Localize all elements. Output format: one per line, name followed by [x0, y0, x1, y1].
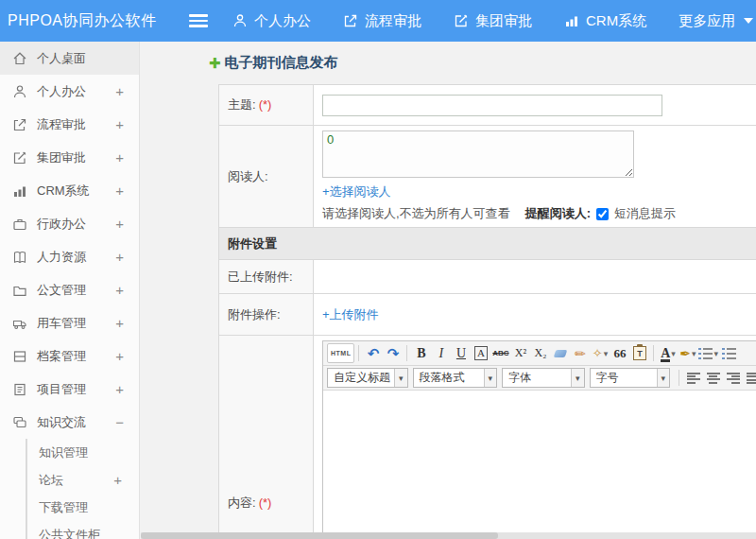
editor-content-area[interactable] [323, 391, 756, 539]
highlighter-icon: ✒ [679, 346, 691, 361]
caret-down-icon: ▾ [394, 369, 407, 387]
expand-plus-icon[interactable]: + [115, 315, 124, 331]
expand-plus-icon[interactable]: + [115, 249, 124, 265]
source-code-button[interactable]: HTML [327, 343, 354, 363]
document-icon [12, 382, 27, 397]
heading-select[interactable]: 自定义标题 ▾ [327, 368, 408, 388]
undo-icon[interactable]: ↶ [363, 343, 383, 363]
align-right-button[interactable] [723, 368, 743, 388]
nav-group-approval[interactable]: 集团审批 [454, 12, 532, 30]
strikethrough-button[interactable]: ABC [490, 343, 510, 363]
sidebar-item-label: 个人桌面 [37, 50, 86, 67]
align-center-button[interactable] [703, 368, 723, 388]
sidebar-item-crm[interactable]: CRM系统 + [0, 174, 139, 207]
nav-workflow-approval[interactable]: 流程审批 [343, 12, 421, 30]
format-brush-icon[interactable]: ✏ [570, 343, 590, 363]
editor-toolbar-row1: HTML ↶ ↷ B I U A ABC X² X₂ ✏ [323, 341, 756, 366]
superscript-button[interactable]: X² [510, 343, 530, 363]
subject-input[interactable] [322, 95, 662, 116]
main-content: ✚ 电子期刊信息发布 主题:(*) 阅读人: 0 +选择阅读人 请选择阅读人,不… [141, 42, 756, 539]
content-row: 内容:(*) HTML ↶ ↷ B I U A ABC [219, 336, 756, 539]
sidebar-item-workflow[interactable]: 流程审批 + [0, 108, 139, 141]
scrollbar-thumb[interactable] [141, 532, 498, 539]
page-title: ✚ 电子期刊信息发布 [209, 54, 756, 72]
workflow-icon [12, 117, 27, 132]
highlight-color-button[interactable]: ✒▾ [678, 343, 697, 363]
align-left-icon [687, 373, 700, 384]
sidebar-item-knowledge[interactable]: 知识交流 − [0, 406, 139, 439]
sidebar-item-label: 行政办公 [37, 216, 86, 233]
menu-icon[interactable] [189, 14, 208, 27]
sms-notify-checkbox[interactable] [596, 208, 609, 220]
nav-more-apps[interactable]: 更多应用 [679, 12, 753, 30]
expand-plus-icon[interactable]: + [113, 472, 122, 488]
font-size-select[interactable]: 字号 ▾ [590, 368, 671, 388]
remove-format-button[interactable] [550, 343, 570, 363]
expand-plus-icon[interactable]: + [115, 282, 124, 298]
sidebar-item-archives[interactable]: 档案管理 + [0, 339, 139, 373]
underline-button[interactable]: U [451, 343, 471, 363]
font-name-button[interactable]: A [474, 346, 488, 360]
font-color-button[interactable]: A▾ [658, 343, 678, 363]
font-family-select[interactable]: 字体 ▾ [502, 368, 585, 388]
chart-icon [12, 183, 27, 199]
expand-plus-icon[interactable]: + [115, 216, 124, 232]
unordered-list-button[interactable] [719, 343, 739, 363]
upload-attachment-link[interactable]: +上传附件 [322, 307, 379, 322]
wand-icon: ✧ [593, 346, 603, 360]
sidebar-item-label: 集团审批 [37, 149, 86, 166]
expand-plus-icon[interactable]: + [115, 348, 124, 364]
sidebar-subitem-downloads[interactable]: 下载管理 [27, 494, 139, 521]
caret-down-icon: ▾ [657, 369, 670, 387]
subscript-button[interactable]: X₂ [530, 343, 550, 363]
sidebar-item-documents[interactable]: 公文管理 + [0, 273, 139, 306]
expand-plus-icon[interactable]: + [115, 116, 124, 132]
sidebar-subitem-public-cabinet[interactable]: 公共文件柜 [27, 521, 139, 539]
sidebar: 个人桌面 个人办公 + 流程审批 + 集团审批 + CRM系统 + 行政办公 +… [0, 42, 140, 539]
caret-down-icon: ▾ [692, 349, 696, 358]
nav-label: 流程审批 [365, 12, 421, 30]
briefcase-icon [12, 217, 27, 232]
justify-button[interactable] [743, 368, 756, 388]
expand-plus-icon[interactable]: + [115, 83, 124, 99]
sidebar-item-hr[interactable]: 人力资源 + [0, 240, 139, 273]
collapse-minus-icon[interactable]: − [115, 414, 124, 430]
sidebar-subitem-label: 论坛 [39, 472, 63, 489]
expand-plus-icon[interactable]: + [115, 183, 124, 199]
ordered-list-button[interactable]: ▾ [697, 343, 719, 363]
horizontal-scrollbar[interactable] [141, 532, 756, 539]
workflow-icon [343, 13, 358, 28]
subject-row: 主题:(*) [219, 85, 756, 126]
redo-icon[interactable]: ↷ [383, 343, 403, 363]
sidebar-subitem-knowledge-mgmt[interactable]: 知识管理 [27, 439, 139, 466]
page-title-text: 电子期刊信息发布 [225, 54, 338, 72]
publish-form: 主题:(*) 阅读人: 0 +选择阅读人 请选择阅读人,不选为所有人可查看 提醒… [218, 84, 756, 539]
sidebar-subitem-forum[interactable]: 论坛 + [27, 466, 139, 494]
required-mark: (*) [259, 97, 272, 112]
align-left-button[interactable] [683, 368, 703, 388]
quick-format-button[interactable]: ✧▾ [590, 343, 610, 363]
sidebar-item-label: 流程审批 [37, 116, 86, 133]
sidebar-item-personal-office[interactable]: 个人办公 + [0, 75, 139, 108]
archive-icon [12, 349, 27, 364]
attachment-ops-label: 附件操作: [219, 294, 314, 336]
paragraph-format-select[interactable]: 段落格式 ▾ [413, 368, 498, 388]
blockquote-button[interactable]: 66 [610, 343, 629, 363]
folder-icon [12, 283, 27, 298]
sidebar-item-projects[interactable]: 项目管理 + [0, 373, 139, 406]
nav-crm[interactable]: CRM系统 [564, 12, 646, 30]
expand-plus-icon[interactable]: + [115, 149, 124, 165]
sidebar-subitem-label: 知识管理 [39, 444, 88, 461]
readers-textarea[interactable]: 0 [322, 130, 634, 178]
sidebar-item-desktop[interactable]: 个人桌面 [0, 42, 139, 75]
top-nav: 个人办公 流程审批 集团审批 CRM系统 更多应用 [232, 12, 753, 30]
sidebar-item-vehicles[interactable]: 用车管理 + [0, 306, 139, 339]
nav-personal-office[interactable]: 个人办公 [232, 12, 311, 30]
bold-button[interactable]: B [411, 343, 431, 363]
paste-plain-button[interactable]: T [629, 343, 649, 363]
sidebar-item-admin-office[interactable]: 行政办公 + [0, 207, 139, 240]
italic-button[interactable]: I [431, 343, 451, 363]
expand-plus-icon[interactable]: + [115, 381, 124, 397]
select-readers-link[interactable]: +选择阅读人 [322, 183, 391, 200]
sidebar-item-group-approval[interactable]: 集团审批 + [0, 141, 139, 174]
